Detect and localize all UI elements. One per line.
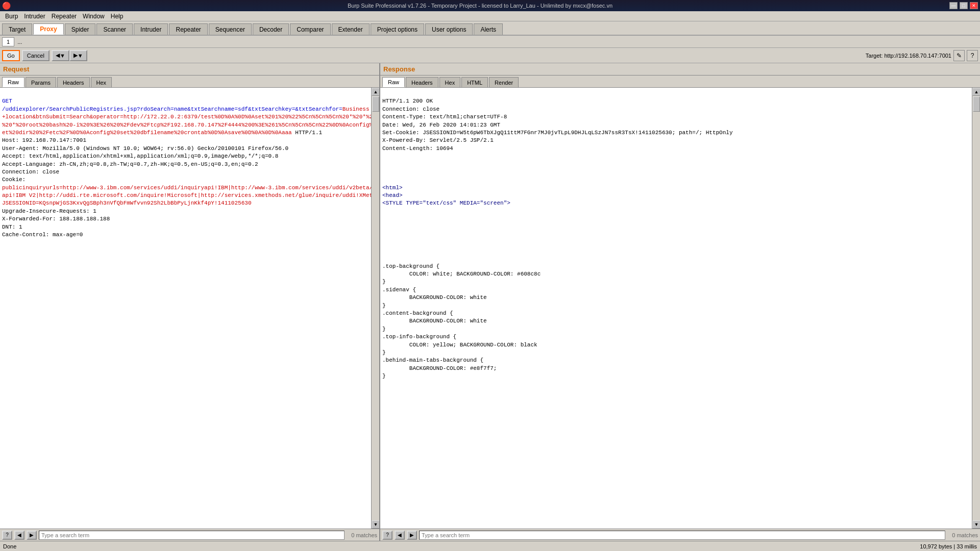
request-search-bar: ? ◀ ▶ 0 matches bbox=[0, 529, 379, 541]
tab-alerts[interactable]: Alerts bbox=[474, 23, 503, 35]
resp-scroll-down-arrow[interactable]: ▼ bbox=[972, 520, 980, 529]
scroll-down-arrow[interactable]: ▼ bbox=[372, 520, 379, 529]
tab-target[interactable]: Target bbox=[2, 23, 32, 35]
request-panel-header: Request bbox=[0, 63, 380, 75]
request-search-next-btn[interactable]: ▶ bbox=[27, 531, 37, 540]
response-panel: HTTP/1.1 200 OK Connection: close Conten… bbox=[380, 88, 980, 541]
response-tab-render[interactable]: Render bbox=[489, 77, 519, 87]
tab-scanner[interactable]: Scanner bbox=[96, 23, 133, 35]
forward-dropdown-icon[interactable]: ▼ bbox=[78, 53, 83, 59]
response-search-count: 0 matches bbox=[947, 532, 978, 538]
response-search-prev-btn[interactable]: ◀ bbox=[395, 531, 405, 540]
request-tab-more[interactable]: ... bbox=[15, 38, 24, 46]
request-tab-hex[interactable]: Hex bbox=[91, 77, 112, 87]
back-button[interactable]: ◀ ▼ bbox=[52, 50, 69, 61]
response-search-help-btn[interactable]: ? bbox=[382, 531, 393, 540]
title-bar-icon: 🔴 bbox=[2, 2, 11, 10]
response-tab-hex[interactable]: Hex bbox=[439, 77, 461, 87]
tab-intruder[interactable]: Intruder bbox=[134, 23, 168, 35]
response-search-next-btn[interactable]: ▶ bbox=[407, 531, 417, 540]
tab-proxy[interactable]: Proxy bbox=[33, 23, 63, 35]
close-button[interactable]: ✕ bbox=[970, 2, 978, 9]
main-content: GET /uddiexplorer/SearchPublicRegistries… bbox=[0, 88, 980, 541]
request-content[interactable]: GET /uddiexplorer/SearchPublicRegistries… bbox=[0, 88, 371, 529]
target-label-text: Target: http://192.168.70.147:7001 bbox=[866, 53, 951, 59]
status-text: Done bbox=[3, 543, 16, 549]
request-search-help-btn[interactable]: ? bbox=[2, 531, 12, 540]
help-target-button[interactable]: ? bbox=[967, 50, 978, 61]
menu-bar: Burp Intruder Repeater Window Help bbox=[0, 11, 980, 21]
scroll-thumb[interactable] bbox=[372, 96, 379, 112]
tab-repeater[interactable]: Repeater bbox=[169, 23, 207, 35]
menu-item-burp[interactable]: Burp bbox=[2, 12, 21, 20]
response-scrollbar[interactable]: ▲ ▼ bbox=[972, 88, 980, 529]
scroll-track bbox=[372, 96, 379, 520]
tab-spider[interactable]: Spider bbox=[65, 23, 96, 35]
edit-target-button[interactable]: ✎ bbox=[953, 50, 965, 61]
response-content[interactable]: HTTP/1.1 200 OK Connection: close Conten… bbox=[380, 88, 972, 529]
main-tab-bar: Target Proxy Spider Scanner Intruder Rep… bbox=[0, 21, 980, 36]
target-label: Target: http://192.168.70.147:7001 bbox=[866, 53, 951, 59]
forward-icon: ▶ bbox=[74, 52, 78, 59]
request-content-wrapper: GET /uddiexplorer/SearchPublicRegistries… bbox=[0, 88, 379, 529]
menu-item-repeater[interactable]: Repeater bbox=[48, 12, 80, 20]
request-tabs: 1 ... bbox=[0, 36, 980, 48]
response-tab-headers[interactable]: Headers bbox=[406, 77, 438, 87]
cancel-button[interactable]: Cancel bbox=[22, 50, 50, 61]
nav-buttons: ◀ ▼ ▶ ▼ bbox=[52, 50, 87, 61]
request-search-input[interactable] bbox=[39, 531, 345, 540]
back-dropdown-icon[interactable]: ▼ bbox=[60, 53, 65, 59]
request-search-count: 0 matches bbox=[347, 532, 377, 538]
go-button[interactable]: Go bbox=[2, 50, 20, 61]
tab-project-options[interactable]: Project options bbox=[371, 23, 424, 35]
response-tab-raw[interactable]: Raw bbox=[382, 77, 405, 87]
tab-comparer[interactable]: Comparer bbox=[290, 23, 330, 35]
resp-scroll-track bbox=[972, 96, 980, 520]
toolbar: Go Cancel ◀ ▼ ▶ ▼ Target: http://192.168… bbox=[0, 48, 980, 63]
response-panel-header: Response bbox=[380, 63, 980, 75]
status-bar: Done 10,972 bytes | 33 millis bbox=[0, 541, 980, 551]
status-info: 10,972 bytes | 33 millis bbox=[920, 543, 977, 549]
tab-extender[interactable]: Extender bbox=[332, 23, 370, 35]
tab-user-options[interactable]: User options bbox=[425, 23, 473, 35]
response-search-bar: ? ◀ ▶ 0 matches bbox=[380, 529, 980, 541]
request-tab-params[interactable]: Params bbox=[26, 77, 56, 87]
back-icon: ◀ bbox=[56, 52, 60, 59]
request-tab-1[interactable]: 1 bbox=[2, 37, 14, 46]
resp-scroll-thumb[interactable] bbox=[973, 96, 980, 112]
request-tab-headers[interactable]: Headers bbox=[57, 77, 90, 87]
menu-item-help[interactable]: Help bbox=[108, 12, 127, 20]
response-search-input[interactable] bbox=[419, 531, 945, 540]
scroll-up-arrow[interactable]: ▲ bbox=[372, 88, 379, 96]
forward-button[interactable]: ▶ ▼ bbox=[69, 50, 87, 61]
resp-scroll-up-arrow[interactable]: ▲ bbox=[972, 88, 980, 96]
window-controls: — □ ✕ bbox=[949, 2, 978, 9]
maximize-button[interactable]: □ bbox=[960, 2, 968, 9]
menu-item-intruder[interactable]: Intruder bbox=[21, 12, 48, 20]
tab-decoder[interactable]: Decoder bbox=[253, 23, 289, 35]
tab-sequencer[interactable]: Sequencer bbox=[209, 23, 252, 35]
request-panel: GET /uddiexplorer/SearchPublicRegistries… bbox=[0, 88, 380, 541]
request-scrollbar[interactable]: ▲ ▼ bbox=[371, 88, 379, 529]
menu-item-window[interactable]: Window bbox=[80, 12, 108, 20]
title-text: Burp Suite Professional v1.7.26 - Tempor… bbox=[348, 3, 612, 9]
request-search-prev-btn[interactable]: ◀ bbox=[14, 531, 24, 540]
response-content-wrapper: HTTP/1.1 200 OK Connection: close Conten… bbox=[380, 88, 980, 529]
request-tab-raw[interactable]: Raw bbox=[2, 77, 24, 87]
title-bar: 🔴 Burp Suite Professional v1.7.26 - Temp… bbox=[0, 0, 980, 11]
response-tab-html[interactable]: HTML bbox=[461, 77, 488, 87]
minimize-button[interactable]: — bbox=[949, 2, 958, 9]
